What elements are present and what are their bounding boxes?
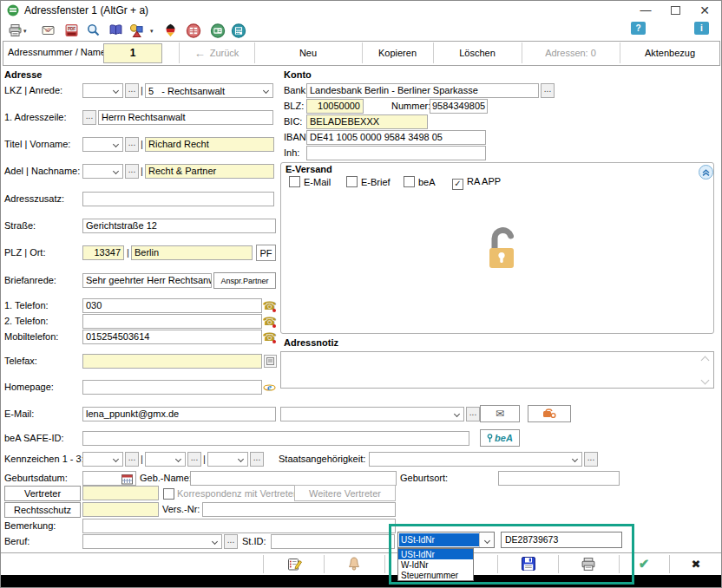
postfach-button[interactable]: PF: [256, 245, 276, 261]
bea-button[interactable]: beA: [480, 429, 520, 447]
dial-phone-icon[interactable]: ☎: [262, 314, 277, 329]
close-button[interactable]: ✕: [695, 2, 714, 18]
search-icon[interactable]: [84, 22, 102, 39]
internet-globe-icon[interactable]: e: [262, 380, 277, 395]
geburtsort-field[interactable]: [498, 471, 620, 486]
korrespondenz-checkbox[interactable]: [163, 488, 174, 500]
back-button[interactable]: ← Zurück: [179, 42, 254, 64]
fax-icon[interactable]: [264, 355, 277, 368]
delete-button[interactable]: Löschen: [433, 42, 522, 64]
inh-field[interactable]: [306, 146, 486, 160]
nummer-field[interactable]: 9584349805: [430, 99, 488, 114]
print-icon[interactable]: [6, 22, 23, 39]
bank-browse-button[interactable]: ...: [541, 83, 555, 98]
help-button[interactable]: ?: [631, 22, 646, 35]
calculator-teal-icon[interactable]: [230, 22, 247, 39]
kennzeichen1-browse-button[interactable]: ...: [125, 452, 139, 467]
shapes-dropdown-icon[interactable]: ▾: [150, 28, 154, 35]
ort-field[interactable]: Berlin: [131, 245, 253, 260]
ansprechpartner-button[interactable]: Anspr.Partner: [213, 272, 276, 289]
minimize-button[interactable]: —: [636, 2, 655, 18]
ebrief-button[interactable]: [528, 405, 571, 422]
eversand-checkbox-bea[interactable]: beA: [404, 176, 436, 187]
eversand-checkbox-ra app[interactable]: ✓RA APP: [452, 176, 501, 190]
bank-field[interactable]: Landesbank Berlin - Berliner Sparkasse: [306, 83, 539, 98]
briefanrede-field[interactable]: Sehr geehrter Herr Rechtsanwa: [82, 273, 212, 288]
card-green-icon[interactable]: [209, 22, 226, 39]
email-field[interactable]: lena_ppunkt@gmx.de: [82, 407, 276, 421]
tax-dropdown-option[interactable]: W-IdNr: [398, 559, 473, 570]
tax-id-value-field[interactable]: DE28739673: [501, 532, 622, 548]
anrede-combo[interactable]: 5 - Rechtsanwalt: [145, 83, 273, 98]
copy-button[interactable]: Kopieren: [362, 42, 433, 64]
book-icon[interactable]: [107, 22, 124, 39]
nachname-field[interactable]: Recht & Partner: [145, 164, 274, 179]
bell-icon[interactable]: [345, 555, 364, 572]
info-button[interactable]: i: [694, 22, 709, 35]
kennzeichen2-combo[interactable]: [145, 452, 186, 467]
email2-combo[interactable]: [280, 407, 464, 421]
tax-dropdown-option[interactable]: Steuernummer: [398, 570, 473, 580]
weitere-vertreter-button[interactable]: Weitere Vertreter: [294, 485, 396, 501]
adresszusatz-field[interactable]: [82, 192, 274, 206]
kennzeichen3-combo[interactable]: [207, 452, 248, 467]
versnr-field[interactable]: [202, 502, 396, 517]
kennzeichen3-browse-button[interactable]: ...: [250, 452, 264, 467]
email-icon[interactable]: @: [39, 22, 56, 39]
beruf-browse-button[interactable]: ...: [224, 534, 238, 549]
adel-browse-button[interactable]: ...: [125, 164, 139, 179]
adresszeile-browse-button[interactable]: ...: [82, 110, 96, 125]
eversand-checkbox-e-brief[interactable]: E-Brief: [346, 176, 391, 187]
aktenbezug-button[interactable]: Aktenbezug: [620, 42, 720, 64]
vertreter-field[interactable]: [82, 486, 159, 500]
table-red-icon[interactable]: [185, 22, 202, 39]
confirm-check-icon[interactable]: ✔: [634, 555, 653, 572]
stid-field[interactable]: [271, 534, 395, 549]
rechtsschutz-button[interactable]: Rechtsschutz: [4, 502, 81, 518]
blz-field[interactable]: 10050000: [306, 99, 364, 114]
bemerkung-field[interactable]: [82, 519, 396, 533]
telefax-field[interactable]: [82, 354, 262, 369]
iban-field[interactable]: DE41 1005 0000 9584 3498 05: [306, 130, 486, 145]
telefon2-field[interactable]: [82, 314, 262, 329]
print-bottom-icon[interactable]: [579, 555, 598, 572]
eversand-checkbox-e-mail[interactable]: E-Mail: [289, 176, 331, 187]
new-button[interactable]: Neu: [254, 42, 362, 64]
titel-combo[interactable]: [82, 137, 123, 152]
collapse-chevron-icon[interactable]: [699, 165, 713, 180]
strasse-field[interactable]: Gerichtstraße 12: [82, 219, 276, 233]
email-browse-button[interactable]: ...: [466, 407, 480, 421]
lkz-combo[interactable]: [82, 83, 123, 98]
gebname-field[interactable]: [190, 471, 397, 486]
homepage-field[interactable]: [82, 380, 262, 395]
staatsangehoerigkeit-browse-button[interactable]: ...: [584, 452, 598, 467]
beruf-combo[interactable]: [82, 534, 222, 549]
telefon1-field[interactable]: 030: [82, 298, 262, 313]
pdf-icon[interactable]: PDF: [62, 22, 80, 39]
shapes-icon[interactable]: [128, 22, 146, 39]
germany-eagle-icon[interactable]: [161, 22, 179, 39]
kennzeichen2-browse-button[interactable]: ...: [187, 452, 201, 467]
vorname-field[interactable]: Richard Recht: [145, 137, 274, 152]
edit-address-icon[interactable]: [285, 555, 304, 572]
chevron-down-icon[interactable]: [479, 532, 494, 547]
cancel-x-icon[interactable]: ✖: [686, 555, 706, 572]
lkz-browse-button[interactable]: ...: [125, 83, 139, 98]
vertreter-button[interactable]: Vertreter: [4, 486, 81, 501]
tax-id-combo[interactable]: USt-IdNr: [397, 532, 495, 548]
bea-safeid-field[interactable]: [82, 431, 469, 446]
dial-phone-icon[interactable]: ☎: [262, 330, 277, 344]
kennzeichen1-combo[interactable]: [82, 452, 123, 467]
adresszeile-field[interactable]: Herrn Rechtsanwalt: [98, 110, 273, 125]
address-number-field[interactable]: 1: [103, 43, 162, 63]
addresses-count-button[interactable]: Adressen: 0: [522, 42, 620, 64]
save-icon[interactable]: [519, 555, 538, 572]
plz-field[interactable]: 13347: [82, 245, 124, 260]
tax-dropdown-option[interactable]: USt-IdNr: [398, 549, 473, 559]
send-email-button[interactable]: ✉: [480, 405, 520, 422]
titel-browse-button[interactable]: ...: [125, 137, 139, 152]
maximize-button[interactable]: [666, 2, 685, 18]
staatsangehoerigkeit-combo[interactable]: [369, 452, 582, 467]
rechtsschutz-field[interactable]: [82, 502, 159, 517]
bic-field[interactable]: BELADEBEXXX: [306, 114, 428, 129]
